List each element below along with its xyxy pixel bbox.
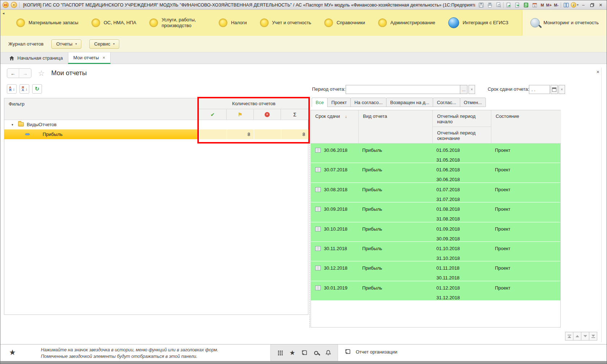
export-document-icon[interactable] (505, 1, 512, 8)
import-document-icon[interactable] (513, 1, 521, 8)
restore-button[interactable] (588, 1, 596, 8)
sort-ascending-button[interactable]: А Я ↓ (7, 84, 17, 94)
panel-splitter[interactable] (309, 98, 310, 327)
chevron-down-icon: ▾ (75, 42, 77, 46)
tab-home[interactable]: Начальная страница (4, 52, 68, 64)
back-button[interactable]: ← (7, 69, 19, 78)
info-button[interactable]: i ▾ (571, 1, 578, 8)
column-group-report-count[interactable]: Количество отчетов (199, 98, 309, 109)
ribbon-item[interactable]: Учет и отчетность (253, 10, 318, 36)
ribbon-item[interactable]: Мониторинг и отчетность (522, 10, 607, 36)
service-dropdown-button[interactable]: Сервис ▾ (89, 39, 119, 49)
org-report-shortcut[interactable]: Отчет организации (345, 349, 397, 355)
go-down-button[interactable] (581, 332, 589, 341)
status-tab[interactable]: На согласо... (350, 98, 386, 107)
tree-row-report-kinds[interactable]: ▾ ВидыОтчетов (4, 120, 309, 129)
ribbon-nav: Материальные запасы ОС, НМА, НПА Услуги,… (0, 10, 607, 36)
refresh-button[interactable]: ↻ (32, 84, 42, 94)
memory-button[interactable]: М (540, 3, 544, 7)
ribbon-item[interactable]: Материальные запасы (10, 10, 85, 36)
cell-report-type: Прибыль (362, 246, 382, 251)
column-header-period-end[interactable]: Отчетный период окончание (433, 127, 491, 144)
tab-my-reports[interactable]: Мои отчеты × (68, 52, 111, 64)
column-header-flagged[interactable]: ⚑ (227, 109, 254, 120)
column-header-filter[interactable]: Фильтр (4, 98, 199, 120)
tree-expander-icon[interactable]: ▾ (12, 123, 13, 127)
favorites-hint-text: Нажимайте на значок звездочка в истории,… (41, 347, 236, 360)
reports-dropdown-button[interactable]: Отчеты ▾ (51, 39, 81, 49)
calculator-icon[interactable] (522, 1, 530, 8)
column-header-rejected[interactable]: ✕ (254, 109, 281, 120)
status-tab[interactable]: Все (312, 98, 328, 107)
print-icon[interactable] (486, 1, 493, 8)
split-view-icon[interactable] (562, 1, 570, 8)
ribbon-item[interactable]: Услуги, работы, производство (143, 10, 212, 36)
history-nav: ← → (7, 68, 31, 78)
ribbon-scroll-left-icon[interactable]: ◂ (3, 11, 4, 15)
memory-buttons[interactable]: ММ+М- (539, 1, 560, 8)
cell-state: Проект (495, 147, 510, 153)
document-icon (315, 187, 321, 192)
tree-row-profit[interactable]: Прибыль 8 8 (4, 129, 309, 139)
sort-descending-button[interactable]: Я А ↓ (20, 84, 29, 94)
status-tab[interactable]: Соглас... (433, 98, 460, 107)
reports-panel: Период отчета: … × Срок сдачи отчета: × … (311, 64, 607, 344)
status-tab[interactable]: Отмен... (460, 98, 486, 107)
favorite-star-icon[interactable]: ☆ (38, 69, 45, 77)
go-up-button[interactable] (573, 332, 581, 341)
selected-cell[interactable]: Прибыль (4, 129, 199, 139)
cell-period-start: 01.09.2018 (436, 226, 460, 232)
column-header-state[interactable]: Состояние (491, 110, 561, 144)
deadline-clear-button[interactable]: × (559, 85, 565, 94)
report-row[interactable]: 30.11.2018 Прибыль 01.10.2018 31.10.2018… (311, 242, 560, 261)
column-header-total[interactable]: Σ (281, 109, 309, 120)
sum-icon: Σ (293, 112, 296, 117)
print-preview-icon[interactable] (495, 1, 502, 8)
reports-table: Срок сдачи↓ Вид отчета Отчетный период н… (311, 110, 561, 327)
window-title: [КОПИЯ] ГИС СО "ПАСПОРТ МЕДИЦИНСКОГО УЧР… (22, 3, 475, 8)
status-tab[interactable]: Возвращен на д... (386, 98, 433, 107)
column-header-deadline[interactable]: Срок сдачи↓ (311, 110, 359, 144)
status-tab[interactable]: Проект (327, 98, 351, 107)
notifications-bell-icon[interactable] (324, 349, 332, 357)
deadline-calendar-button[interactable] (551, 85, 558, 94)
report-row[interactable]: 30.06.2018 Прибыль 01.05.2018 31.05.2018… (311, 144, 560, 163)
form-my-reports: ← → ☆ Мои отчеты × А Я ↓ Я А ↓ ↻ Фильтр … (0, 64, 607, 344)
period-input[interactable] (346, 85, 460, 94)
period-clear-button[interactable]: × (469, 85, 475, 94)
column-header-approved[interactable]: ✔ (199, 109, 227, 120)
ribbon-item[interactable]: ОС, НМА, НПА (85, 10, 143, 36)
report-row[interactable]: 30.09.2018 Прибыль 01.08.2018 31.08.2018… (311, 202, 560, 222)
journal-label[interactable]: Журнал отчетов (8, 41, 43, 47)
report-row[interactable]: 30.08.2018 Прибыль 01.07.2018 31.07.2018… (311, 183, 560, 202)
menu-grid-icon[interactable] (277, 349, 285, 357)
ribbon-item[interactable]: Справочники (318, 10, 372, 36)
ribbon-item[interactable]: Администрирование (372, 10, 442, 36)
history-icon[interactable] (300, 349, 308, 357)
close-button[interactable]: ✕ (597, 1, 604, 8)
forward-button[interactable]: → (19, 69, 31, 78)
report-row[interactable]: 30.01.2019 Прибыль 01.12.2018 31.12.2018… (311, 281, 560, 301)
column-header-report-type[interactable]: Вид отчета (359, 110, 433, 144)
search-icon[interactable] (312, 349, 320, 357)
save-icon[interactable] (477, 1, 485, 8)
go-first-button[interactable] (565, 332, 573, 341)
go-last-button[interactable] (589, 332, 597, 341)
deadline-input[interactable] (529, 85, 550, 94)
ribbon-item[interactable]: Интеграция с ЕГИСЗ (442, 10, 515, 36)
report-row[interactable]: 30.10.2018 Прибыль 01.09.2018 30.09.2018… (311, 222, 560, 242)
main-menu-button[interactable]: ▾ (11, 2, 17, 8)
calendar-icon[interactable]: 31 (531, 1, 538, 8)
report-row[interactable]: 30.12.2018 Прибыль 01.11.2018 30.11.2018… (311, 261, 560, 281)
minimize-button[interactable]: – (580, 1, 587, 8)
memory-button[interactable]: М- (554, 3, 559, 7)
cell-state: Проект (495, 187, 510, 192)
ribbon-item[interactable]: Налоги (212, 10, 253, 36)
report-row[interactable]: 30.07.2018 Прибыль 01.06.2018 30.06.2018… (311, 163, 560, 183)
favorites-icon[interactable]: ★ (288, 349, 296, 357)
ellipsis-picker-button[interactable]: … (460, 85, 467, 94)
column-header-period-start[interactable]: Отчетный период начало (433, 110, 491, 127)
close-tab-icon[interactable]: × (102, 55, 105, 60)
memory-button[interactable]: М+ (546, 3, 552, 7)
cell-state: Проект (495, 285, 510, 291)
